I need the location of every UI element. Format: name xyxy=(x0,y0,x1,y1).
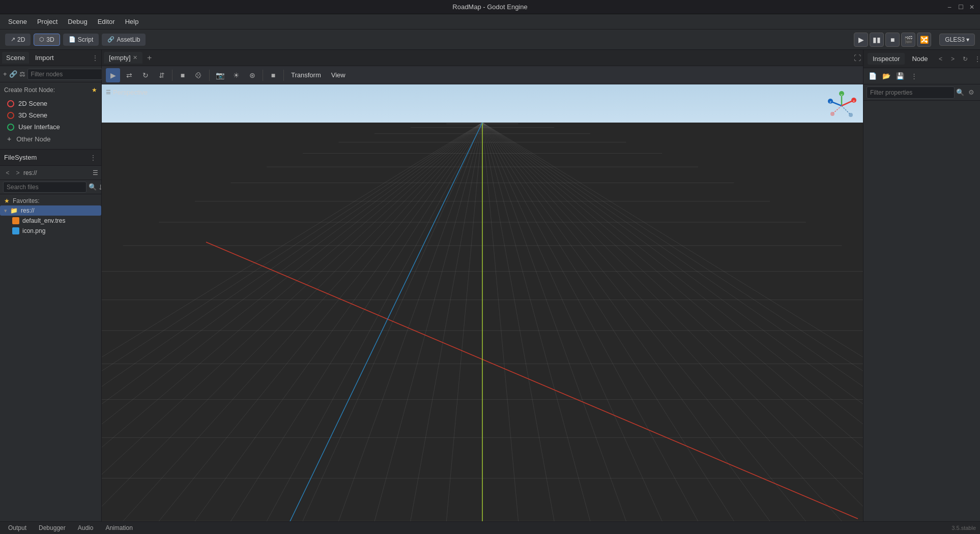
maximize-btn[interactable]: ☐ xyxy=(957,3,965,11)
view-btn[interactable]: View xyxy=(327,69,350,81)
link-btn[interactable]: 🔗 xyxy=(9,68,17,80)
mode-2d-btn[interactable]: ↗ 2D xyxy=(5,34,31,46)
camera-btn[interactable]: 📷 xyxy=(213,68,227,82)
path-layout-btn[interactable]: ☰ xyxy=(93,169,98,176)
filesystem-panel: FileSystem ⋮ < > res:// ☰ 🔍 ⇵ ★ Favorit xyxy=(0,150,101,521)
create-root-section: Create Root Node: ★ 2D Scene 3D Scene Us… xyxy=(0,82,101,150)
mode-3d-icon: ⬡ xyxy=(39,36,44,43)
gizmo-btn[interactable]: ⊛ xyxy=(245,68,260,82)
env-btn[interactable]: ☀ xyxy=(229,68,243,82)
svg-line-6 xyxy=(831,102,842,106)
menu-project[interactable]: Project xyxy=(33,16,62,27)
node-3d-scene[interactable]: 3D Scene xyxy=(4,109,97,121)
menu-editor[interactable]: Editor xyxy=(94,16,119,27)
main-toolbar: ↗ 2D ⬡ 3D 📄 Script 🔗 AssetLib ▶ ▮▮ ■ 🎬 🔀… xyxy=(0,29,980,50)
fs-favorites-star-icon: ★ xyxy=(4,197,10,204)
fs-search-bar: 🔍 ⇵ xyxy=(0,180,101,194)
tab-inspector[interactable]: Inspector xyxy=(868,53,905,65)
transform-btn[interactable]: Transform xyxy=(287,69,325,81)
insp-open-btn[interactable]: 📂 xyxy=(880,70,892,82)
bottom-tab-audio[interactable]: Audio xyxy=(74,523,98,533)
path-forward-btn[interactable]: > xyxy=(13,168,22,177)
snap-btn[interactable]: ⛒ xyxy=(192,68,206,82)
filter-btn[interactable]: ⚖ xyxy=(19,68,25,80)
fs-favorites-label: ★ Favorites: xyxy=(0,196,101,205)
mode-3d-label: 3D xyxy=(46,36,54,43)
play-controls: ▶ ▮▮ ■ 🎬 🔀 xyxy=(854,33,931,47)
pause-btn[interactable]: ▮▮ xyxy=(870,33,884,47)
other-node-item[interactable]: + Other Node xyxy=(4,133,97,145)
fs-search-input[interactable] xyxy=(3,182,87,193)
scale-mode-btn[interactable]: ⇵ xyxy=(155,68,169,82)
tab-scene[interactable]: Scene xyxy=(2,52,29,64)
fs-sort-icon[interactable]: ⇵ xyxy=(99,182,101,193)
node-3d-circle xyxy=(7,112,14,119)
node-ui[interactable]: User Interface xyxy=(4,121,97,133)
inspector-filter-input[interactable] xyxy=(867,86,955,99)
scene-tabs: Scene Import ⋮ xyxy=(0,50,101,66)
insp-save-btn[interactable]: 💾 xyxy=(894,70,906,82)
create-root-header: Create Root Node: ★ xyxy=(4,86,97,94)
viewport-tabs: [empty] ✕ + ⛶ xyxy=(102,50,863,66)
bottom-tab-animation[interactable]: Animation xyxy=(101,523,136,533)
rotate-mode-btn[interactable]: ↻ xyxy=(138,68,153,82)
fs-folder-icon: 📁 xyxy=(10,207,18,214)
viewport-maximize-btn[interactable]: ⛶ xyxy=(854,54,861,62)
script-btn[interactable]: 📄 Script xyxy=(63,34,99,46)
fs-item-res[interactable]: ▾ 📁 res:// xyxy=(0,205,101,216)
filter-nodes-input[interactable] xyxy=(27,69,111,80)
insp-options-btn[interactable]: ⋮ xyxy=(972,53,980,65)
insp-history-forward-btn[interactable]: > xyxy=(947,53,959,65)
fs-content: ★ Favorites: ▾ 📁 res:// default_env.tres… xyxy=(0,194,101,521)
insp-history-reset-btn[interactable]: ↻ xyxy=(960,53,971,65)
script-label: Script xyxy=(78,36,94,43)
menu-scene[interactable]: Scene xyxy=(4,16,31,27)
mode-3d-btn[interactable]: ⬡ 3D xyxy=(34,34,60,46)
assetlib-btn[interactable]: 🔗 AssetLib xyxy=(102,34,146,46)
menu-debug[interactable]: Debug xyxy=(64,16,91,27)
add-node-btn[interactable]: + xyxy=(3,68,7,80)
node-3d-label: 3D Scene xyxy=(18,111,47,119)
bottom-tab-debugger[interactable]: Debugger xyxy=(35,523,70,533)
axis-gizmo[interactable]: Y X Z xyxy=(826,91,857,121)
filesystem-title: FileSystem xyxy=(4,154,87,161)
overlay-btn[interactable]: ■ xyxy=(266,68,280,82)
play-btn[interactable]: ▶ xyxy=(854,33,868,47)
vp-sep-1 xyxy=(172,70,172,81)
select-mode-btn[interactable]: ▶ xyxy=(106,68,120,82)
minimize-btn[interactable]: – xyxy=(945,3,954,11)
viewport-add-tab-btn[interactable]: + xyxy=(143,52,156,64)
scene-tab-options-btn[interactable]: ⋮ xyxy=(91,53,99,63)
filesystem-header: FileSystem ⋮ xyxy=(0,150,101,166)
svg-text:Z: Z xyxy=(829,101,831,104)
path-back-btn[interactable]: < xyxy=(3,168,12,177)
close-btn[interactable]: ✕ xyxy=(968,3,976,11)
stop-btn[interactable]: ■ xyxy=(885,33,900,47)
movie-btn[interactable]: 🎬 xyxy=(901,33,915,47)
svg-line-3 xyxy=(842,101,853,106)
viewport-tab-close-icon[interactable]: ✕ xyxy=(133,54,137,61)
bottom-panel: Output Debugger Audio Animation 3.5.stab… xyxy=(0,521,980,534)
viewport-tab-empty[interactable]: [empty] ✕ xyxy=(104,52,142,64)
insp-history-back-btn[interactable]: < xyxy=(935,53,946,65)
path-nav: < > res:// xyxy=(3,168,37,177)
debug-btn[interactable]: 🔀 xyxy=(917,33,931,47)
viewport-toolbar: ▶ ⇄ ↻ ⇵ ■ ⛒ 📷 ☀ ⊛ ■ Transform View xyxy=(102,66,863,84)
local-space-btn[interactable]: ■ xyxy=(176,68,190,82)
move-mode-btn[interactable]: ⇄ xyxy=(122,68,136,82)
gles-btn[interactable]: GLES3 ▾ xyxy=(939,34,975,46)
bottom-tab-output[interactable]: Output xyxy=(4,523,31,533)
node-2d-scene[interactable]: 2D Scene xyxy=(4,98,97,109)
tab-import[interactable]: Import xyxy=(31,52,58,64)
fs-item-env[interactable]: default_env.tres xyxy=(8,216,101,226)
fs-item-png[interactable]: icon.png xyxy=(8,226,101,236)
main-layout: Scene Import ⋮ + 🔗 ⚖ 🔍 Create Root Node:… xyxy=(0,50,980,521)
filesystem-options-btn[interactable]: ⋮ xyxy=(89,153,97,162)
mode-2d-icon: ↗ xyxy=(11,36,15,43)
tab-node[interactable]: Node xyxy=(907,53,933,65)
fs-search-icon[interactable]: 🔍 xyxy=(89,182,97,193)
inspector-settings-icon[interactable]: ⚙ xyxy=(966,87,977,98)
insp-more-btn[interactable]: ⋮ xyxy=(908,70,920,82)
menu-help[interactable]: Help xyxy=(121,16,143,27)
insp-new-btn[interactable]: 📄 xyxy=(867,70,879,82)
